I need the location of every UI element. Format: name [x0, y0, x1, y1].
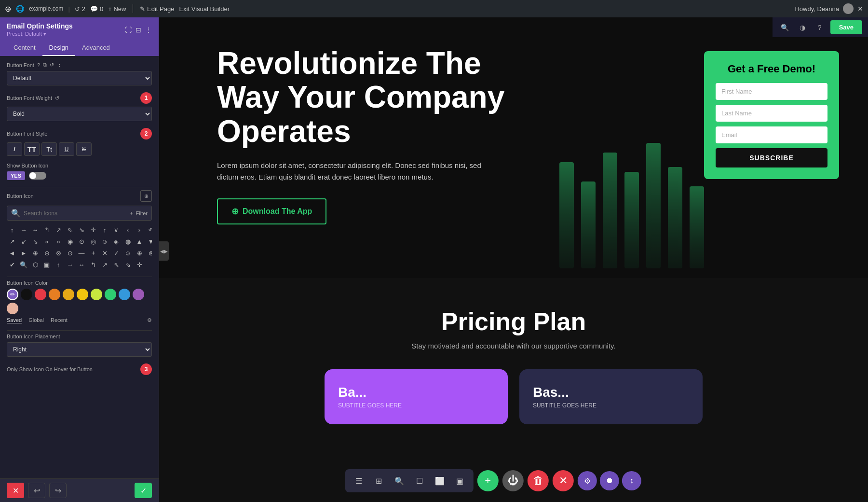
icon-cell-16[interactable]: « — [41, 236, 52, 247]
color-pink-swatch[interactable] — [7, 303, 18, 314]
underline-btn[interactable]: U — [59, 142, 74, 156]
icon-cell-48[interactable]: ⇖ — [111, 259, 122, 270]
close-topbar-icon[interactable]: ✕ — [857, 5, 863, 13]
placement-select[interactable]: Right — [7, 342, 152, 357]
button-font-select[interactable]: Default — [7, 71, 152, 85]
new-btn[interactable]: + New — [108, 5, 126, 13]
strikethrough-btn[interactable]: S — [76, 142, 92, 156]
icon-cell-49[interactable]: ⇘ — [122, 259, 133, 270]
icon-search-input[interactable] — [24, 210, 126, 217]
icon-cell-18[interactable]: ◉ — [65, 236, 75, 247]
top-right-help-btn[interactable]: ? — [813, 21, 827, 34]
toggle-slider[interactable] — [29, 172, 46, 180]
edit-page-btn[interactable]: ✎ Edit Page — [140, 5, 174, 13]
settings-gear-btn[interactable]: ⚙ — [578, 471, 597, 490]
icon-cell-7[interactable]: ✛ — [88, 224, 98, 235]
color-purple-swatch[interactable] — [133, 289, 144, 300]
toolbar-grid-btn[interactable]: ⊞ — [370, 472, 388, 489]
comments-btn[interactable]: 💬 0 — [90, 5, 103, 13]
color-brush-swatch[interactable]: ✏ — [7, 289, 18, 300]
color-tab-global[interactable]: Global — [28, 317, 44, 323]
icon-cell-32[interactable]: — — [76, 248, 87, 258]
icon-cell-28[interactable]: ⊕ — [30, 248, 41, 258]
icon-cell-46[interactable]: ↰ — [88, 259, 98, 270]
site-icon[interactable]: 🌐 — [16, 5, 24, 13]
icon-cell-25[interactable]: ▼ — [146, 236, 152, 247]
icon-cell-33[interactable]: ＋ — [88, 248, 98, 258]
wp-logo-icon[interactable]: ⊕ — [5, 4, 11, 14]
icon-cell-1[interactable]: → — [18, 224, 29, 235]
toolbar-phone-btn[interactable]: ▣ — [451, 472, 469, 489]
color-lime-swatch[interactable] — [91, 289, 102, 300]
save-button[interactable]: Save — [830, 20, 862, 34]
color-blue-swatch[interactable] — [119, 289, 130, 300]
undo-button[interactable]: ↩ — [28, 483, 45, 498]
icon-target-btn[interactable]: ⊕ — [140, 190, 152, 202]
icon-cell-19[interactable]: ⊙ — [76, 236, 87, 247]
icon-cell-41[interactable]: ⬡ — [30, 259, 41, 270]
reset-font-weight-icon[interactable]: ↺ — [55, 95, 59, 101]
icon-cell-40[interactable]: 🔍 — [18, 259, 29, 270]
icon-cell-9[interactable]: ∨ — [111, 224, 122, 235]
icon-cell-30[interactable]: ⊗ — [53, 248, 64, 258]
icon-cell-50[interactable]: ✛ — [134, 259, 145, 270]
tab-design[interactable]: Design — [42, 40, 75, 56]
copy-icon[interactable]: ⧉ — [43, 62, 47, 68]
top-right-search-btn[interactable]: 🔍 — [778, 21, 792, 34]
icon-cell-47[interactable]: ↗ — [99, 259, 110, 270]
icon-filter-btn[interactable]: ＋ Filter — [129, 209, 148, 217]
italic-btn[interactable]: I — [7, 142, 22, 156]
color-red-swatch[interactable] — [35, 289, 46, 300]
avatar[interactable] — [843, 3, 854, 14]
button-font-weight-select[interactable]: Bold — [7, 107, 152, 121]
icon-cell-38[interactable]: ⊗ — [146, 248, 152, 258]
toolbar-tablet-btn[interactable]: ☐ — [411, 472, 428, 489]
icon-cell-13[interactable]: ↗ — [7, 236, 17, 247]
columns-icon[interactable]: ⊟ — [136, 26, 141, 34]
icon-cell-17[interactable]: » — [53, 236, 64, 247]
icon-cell-14[interactable]: ↙ — [18, 236, 29, 247]
confirm-button[interactable]: ✓ — [135, 483, 152, 498]
icon-cell-2[interactable]: ↔ — [30, 224, 41, 235]
download-app-button[interactable]: ⊕ Download The App — [217, 198, 326, 224]
icon-cell-39[interactable]: ✔ — [7, 259, 17, 270]
color-orange-swatch[interactable] — [49, 289, 60, 300]
more-icon[interactable]: ⋮ — [57, 62, 62, 68]
reset-icon[interactable]: ↺ — [50, 62, 54, 68]
icon-cell-23[interactable]: ◍ — [122, 236, 133, 247]
last-name-input[interactable] — [716, 105, 827, 122]
close-fab-btn[interactable]: ✕ — [553, 470, 574, 491]
icon-cell-6[interactable]: ⇘ — [76, 224, 87, 235]
more-options-icon[interactable]: ⋮ — [145, 26, 152, 34]
icon-cell-24[interactable]: ▲ — [134, 236, 145, 247]
icon-cell-11[interactable]: › — [134, 224, 145, 235]
color-tab-saved[interactable]: Saved — [7, 317, 22, 323]
icon-cell-26[interactable]: ◄ — [7, 248, 17, 258]
toolbar-search-btn[interactable]: 🔍 — [391, 472, 408, 489]
panel-preset[interactable]: Preset: Default ▾ — [7, 31, 73, 37]
icon-cell-45[interactable]: ↔ — [76, 259, 87, 270]
icon-cell-12[interactable]: ↶ — [146, 224, 152, 235]
toolbar-menu-btn[interactable]: ☰ — [350, 472, 367, 489]
add-fab-btn[interactable]: + — [477, 470, 499, 491]
subscribe-button[interactable]: SUBSCRIBE — [716, 148, 827, 167]
tab-advanced[interactable]: Advanced — [75, 40, 117, 56]
color-black-swatch[interactable] — [21, 289, 32, 300]
color-green-swatch[interactable] — [105, 289, 116, 300]
help-icon[interactable]: ? — [37, 62, 40, 68]
toolbar-desktop-btn[interactable]: ⬜ — [431, 472, 448, 489]
icon-cell-10[interactable]: ‹ — [122, 224, 133, 235]
color-amber-swatch[interactable] — [63, 289, 74, 300]
icon-cell-37[interactable]: ⊕ — [134, 248, 145, 258]
icon-cell-36[interactable]: ☺ — [122, 248, 133, 258]
updates-btn[interactable]: ↺ 2 — [75, 5, 85, 13]
exit-vb-btn[interactable]: Exit Visual Builder — [179, 5, 230, 13]
delete-fab-btn[interactable]: 🗑 — [528, 470, 549, 491]
icon-cell-29[interactable]: ⊖ — [41, 248, 52, 258]
icon-cell-35[interactable]: ✓ — [111, 248, 122, 258]
settings-sort-btn[interactable]: ↕ — [622, 471, 641, 490]
email-input[interactable] — [716, 126, 827, 143]
color-settings-icon[interactable]: ⚙ — [147, 317, 152, 323]
fullscreen-icon[interactable]: ⛶ — [125, 26, 132, 34]
redo-button[interactable]: ↪ — [49, 483, 67, 498]
